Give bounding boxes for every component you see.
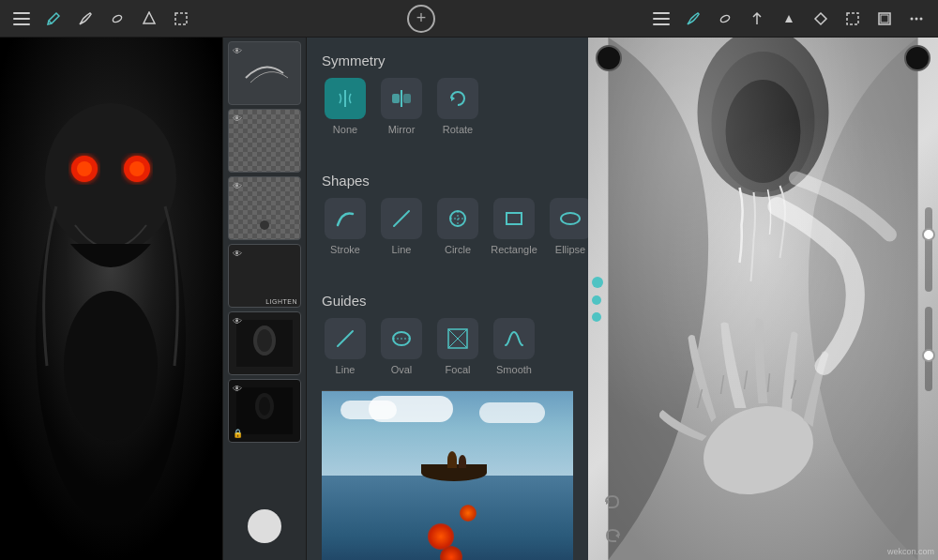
brush-icon[interactable] xyxy=(71,5,99,33)
svg-point-24 xyxy=(64,291,158,441)
menu-right-icon[interactable] xyxy=(647,5,675,33)
drawing-menu: Symmetry None Mirror xyxy=(307,38,588,560)
svg-marker-4 xyxy=(144,12,155,23)
layers-panel: 👁 👁 👁 👁 LIGHTEN 👁 xyxy=(222,38,307,560)
guides-title: Guides xyxy=(322,293,573,309)
slider-dot-1[interactable] xyxy=(592,277,603,288)
guide-oval-icon xyxy=(381,318,422,359)
modifier-right-icon[interactable] xyxy=(711,5,739,33)
color-black-right[interactable] xyxy=(596,45,622,71)
brush-right-icon[interactable] xyxy=(679,5,707,33)
smudge-icon[interactable] xyxy=(103,5,131,33)
layer-preview-svg xyxy=(236,50,293,97)
guide-smooth-icon xyxy=(493,318,535,359)
svg-rect-7 xyxy=(653,18,670,20)
layer-visibility-icon[interactable]: 👁 xyxy=(233,316,242,326)
svg-rect-0 xyxy=(13,12,30,14)
guide-focal-label: Focal xyxy=(446,364,471,375)
layer-visibility-icon[interactable]: 👁 xyxy=(233,249,242,259)
undo-button[interactable] xyxy=(599,489,626,515)
layer-item[interactable]: 👁 xyxy=(228,41,301,105)
layers-color-button[interactable] xyxy=(248,509,281,543)
svg-point-22 xyxy=(77,161,92,176)
slider-track-2[interactable] xyxy=(925,307,932,391)
guide-focal[interactable]: Focal xyxy=(434,318,481,375)
boat-hull xyxy=(421,464,487,481)
left-canvas: LIGHTEN xyxy=(0,38,222,560)
layers-icon[interactable] xyxy=(870,5,899,33)
undo-redo-controls xyxy=(599,489,626,549)
anchor-icon[interactable] xyxy=(775,5,803,33)
slider-track-1[interactable] xyxy=(925,207,932,292)
select-rect-icon[interactable] xyxy=(839,5,867,33)
alien-svg: LIGHTEN xyxy=(0,38,222,560)
layer-visibility-icon[interactable]: 👁 xyxy=(233,114,242,124)
layer-item-locked[interactable]: 👁 🔒 xyxy=(228,379,301,443)
more-icon[interactable] xyxy=(902,5,930,33)
symmetry-mirror[interactable]: Mirror xyxy=(378,78,425,135)
svg-point-23 xyxy=(129,161,144,176)
mini-canvas-preview xyxy=(322,390,573,560)
guides-section: Guides Line Oval xyxy=(322,293,573,375)
symmetry-none-icon xyxy=(325,78,366,119)
alien-artwork: LIGHTEN xyxy=(0,38,222,560)
slider-dot-2[interactable] xyxy=(592,295,601,305)
shapes-title: Shapes xyxy=(322,173,573,189)
symmetry-rotate-icon xyxy=(437,78,478,119)
guide-smooth[interactable]: Smooth xyxy=(491,318,537,375)
layer-visibility-icon[interactable]: 👁 xyxy=(233,46,242,56)
left-edge-controls xyxy=(588,273,607,325)
redo-button[interactable] xyxy=(599,522,626,549)
symmetry-none[interactable]: None xyxy=(322,78,369,135)
layer-dot xyxy=(260,220,269,230)
selection-icon[interactable] xyxy=(167,5,195,33)
slider-dot-3[interactable] xyxy=(592,312,601,322)
layer-visibility-icon[interactable]: 👁 xyxy=(233,384,242,394)
svg-marker-60 xyxy=(606,499,610,505)
svg-marker-37 xyxy=(451,96,455,101)
shape-circle[interactable]: Circle xyxy=(434,198,481,255)
layers-bottom xyxy=(248,446,281,556)
slider-thumb-2[interactable] xyxy=(922,349,935,362)
shape-ellipse[interactable]: Ellipse xyxy=(547,198,588,255)
arrow-up-icon[interactable] xyxy=(743,5,771,33)
shape-rectangle-label: Rectangle xyxy=(491,244,537,255)
slider-thumb-1[interactable] xyxy=(922,228,935,241)
guide-line[interactable]: Line xyxy=(322,318,369,375)
shape-stroke-label: Stroke xyxy=(330,244,360,255)
right-canvas-artwork xyxy=(588,38,938,560)
guide-smooth-label: Smooth xyxy=(496,364,532,375)
symmetry-section: Symmetry None Mirror xyxy=(322,53,573,135)
shape-line[interactable]: Line xyxy=(378,198,425,255)
shape-ellipse-icon xyxy=(550,198,588,239)
svg-rect-13 xyxy=(881,15,888,23)
pencil-icon[interactable] xyxy=(39,5,68,33)
toolbar-left-group xyxy=(8,5,195,33)
layer-item[interactable]: 👁 xyxy=(228,176,301,240)
layer-item-artwork[interactable]: 👁 xyxy=(228,311,301,375)
layer-lock-icon: 🔒 xyxy=(233,429,243,438)
diamond-icon[interactable] xyxy=(807,5,835,33)
guide-oval[interactable]: Oval xyxy=(378,318,425,375)
toolbar-right-group xyxy=(647,5,930,33)
svg-rect-1 xyxy=(13,18,30,20)
shape-line-icon xyxy=(381,198,422,239)
cloud-2 xyxy=(369,396,453,422)
svg-rect-42 xyxy=(507,213,522,224)
shape-rectangle[interactable]: Rectangle xyxy=(491,198,537,255)
symmetry-rotate[interactable]: Rotate xyxy=(434,78,481,135)
layer-item[interactable]: 👁 xyxy=(228,109,301,173)
svg-point-19 xyxy=(45,103,176,253)
shapes-section: Shapes Stroke Line xyxy=(322,173,573,255)
guide-line-icon xyxy=(325,318,366,359)
shape-stroke[interactable]: Stroke xyxy=(322,198,369,255)
menu-icon[interactable] xyxy=(8,5,36,33)
symmetry-title: Symmetry xyxy=(322,53,573,68)
boat-figure xyxy=(447,451,457,468)
shape-stroke-icon xyxy=(325,198,366,239)
layer-item-lighten[interactable]: 👁 LIGHTEN xyxy=(228,244,301,308)
add-button[interactable]: + xyxy=(407,5,435,33)
fill-icon[interactable] xyxy=(135,5,163,33)
layer-visibility-icon[interactable]: 👁 xyxy=(233,181,242,191)
color-black-right-2[interactable] xyxy=(904,45,930,71)
